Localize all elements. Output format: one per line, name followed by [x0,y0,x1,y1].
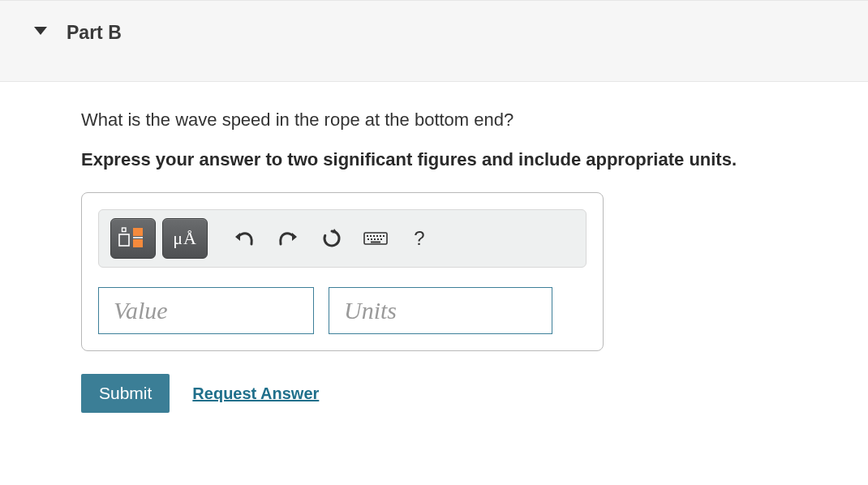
svg-rect-17 [371,242,380,243]
svg-rect-2 [133,228,143,236]
svg-rect-16 [380,238,382,240]
svg-rect-11 [383,235,385,237]
question-text: What is the wave speed in the rope at th… [81,108,868,133]
svg-rect-7 [370,235,372,237]
svg-rect-14 [374,238,376,240]
instruction-text: Express your answer to two significant f… [81,148,868,172]
undo-icon [234,230,255,247]
part-title: Part B [67,22,122,44]
reset-button[interactable] [313,218,350,259]
undo-button[interactable] [226,218,263,259]
part-body: What is the wave speed in the rope at th… [0,82,868,413]
value-input[interactable] [98,287,314,334]
svg-rect-9 [376,235,378,237]
redo-icon [277,230,299,247]
chevron-down-icon [34,27,47,35]
svg-rect-10 [380,235,381,237]
inputs-row [98,287,587,334]
submit-button[interactable]: Submit [81,374,170,413]
keyboard-icon [363,230,388,247]
svg-rect-13 [371,238,372,240]
help-button[interactable]: ? [401,218,438,259]
templates-button[interactable] [110,218,156,259]
actions-row: Submit Request Answer [81,374,868,413]
reset-icon [321,228,342,249]
part-header[interactable]: Part B [0,0,868,82]
svg-rect-1 [122,228,127,232]
units-input[interactable] [329,287,552,334]
answer-toolbar: μÅ [98,209,587,268]
answer-panel: μÅ [81,192,604,351]
symbols-label: μÅ [173,228,197,249]
svg-rect-8 [373,235,375,237]
svg-rect-6 [367,235,368,237]
svg-rect-12 [367,238,369,240]
svg-rect-15 [377,238,379,240]
symbols-button[interactable]: μÅ [162,218,208,259]
svg-rect-0 [119,234,129,246]
keyboard-button[interactable] [357,218,394,259]
templates-icon [118,226,148,251]
part-container: Part B What is the wave speed in the rop… [0,0,868,437]
request-answer-link[interactable]: Request Answer [192,384,319,403]
redo-button[interactable] [269,218,307,259]
svg-rect-3 [133,239,143,247]
help-icon: ? [414,227,424,250]
